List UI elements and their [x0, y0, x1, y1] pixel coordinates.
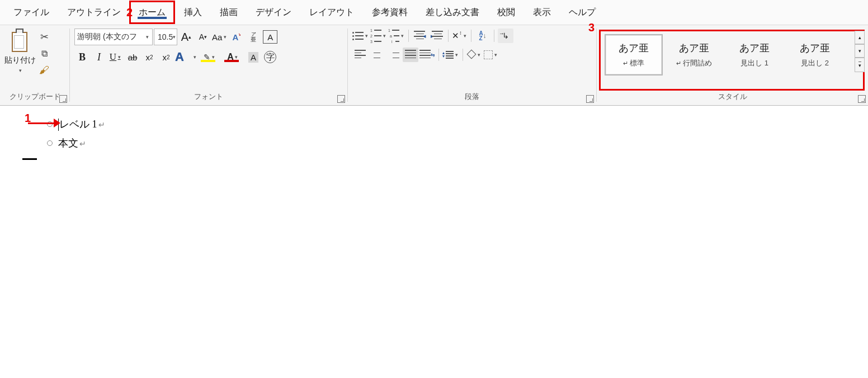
- phonetic-guide-button[interactable]: ア亜: [246, 30, 261, 44]
- group-label-font: フォント: [74, 91, 343, 103]
- group-paragraph: ▾ 123 ▾ 1ai ▾ ◂ ▸: [348, 25, 596, 105]
- return-mark-icon: ↵: [79, 140, 86, 148]
- text-direction-button[interactable]: ✕↕▾: [452, 29, 468, 43]
- tab-mailings[interactable]: 差し込み文書: [417, 0, 488, 25]
- grow-font-button[interactable]: A▴: [178, 30, 194, 44]
- clear-format-button[interactable]: A⭏: [229, 30, 244, 44]
- down-caret-icon: ▾: [204, 34, 207, 40]
- styles-scroll: ▴ ▾ ▾: [855, 31, 865, 72]
- annotation-box-3: [599, 30, 865, 91]
- tab-outline[interactable]: アウトライン: [58, 0, 130, 25]
- tab-review[interactable]: 校閲: [488, 0, 524, 25]
- section-end-mark: [22, 158, 37, 160]
- font-size-combo[interactable]: 10.5 ▾: [154, 29, 177, 45]
- char-shading-button[interactable]: A: [246, 50, 261, 64]
- copy-button[interactable]: ⧉: [41, 49, 48, 59]
- annotation-3: 3: [588, 21, 595, 34]
- annotation-arrow-1: [28, 117, 60, 129]
- char-border-button[interactable]: A: [262, 30, 278, 44]
- tab-draw[interactable]: 描画: [211, 0, 247, 25]
- tab-references[interactable]: 参考資料: [363, 0, 417, 25]
- tab-file[interactable]: ファイル: [4, 0, 58, 25]
- styles-scroll-up[interactable]: ▴: [855, 31, 865, 44]
- italic-button[interactable]: I: [91, 50, 107, 64]
- return-mark-icon: ↵: [98, 121, 105, 129]
- clipboard-icon: [10, 29, 31, 53]
- align-right-button[interactable]: [386, 48, 402, 62]
- multilevel-list-button[interactable]: 1ai ▾: [388, 29, 405, 43]
- chevron-down-icon: ▾: [144, 34, 150, 40]
- outline-line-2[interactable]: 本文↵: [47, 134, 857, 153]
- distributed-button[interactable]: ⇆: [419, 48, 435, 62]
- shrink-font-button[interactable]: A▾: [195, 30, 211, 44]
- styles-scroll-down[interactable]: ▾: [855, 44, 865, 58]
- format-painter-button[interactable]: 🖌: [39, 64, 49, 76]
- line1-text: レベル 1: [59, 119, 97, 130]
- borders-button[interactable]: ▾: [483, 48, 499, 62]
- group-clipboard: 貼り付け ▾ ✂ ⧉ 🖌 クリップボード: [0, 25, 69, 105]
- clipboard-launcher[interactable]: [59, 95, 67, 103]
- cut-button[interactable]: ✂: [40, 31, 49, 43]
- change-case-button[interactable]: Aa▾: [212, 30, 228, 44]
- superscript-button[interactable]: x2: [158, 50, 174, 64]
- shading-button[interactable]: ▾: [466, 48, 482, 62]
- text-effects-button[interactable]: A▾: [175, 50, 197, 64]
- outline-bullet-icon: [47, 140, 53, 146]
- paragraph-launcher[interactable]: [586, 95, 594, 103]
- group-font: 游明朝 (本文のフ ▾ 10.5 ▾ A▴ A▾ Aa▾ A⭏ ア亜 A B I: [70, 25, 347, 105]
- line-spacing-button[interactable]: ▴▾ ▾: [442, 48, 459, 62]
- tab-home[interactable]: ホーム: [129, 1, 175, 24]
- subscript-button[interactable]: x2: [141, 50, 157, 64]
- tab-insert[interactable]: 挿入: [175, 0, 211, 25]
- annotation-2: 2: [126, 6, 133, 19]
- tab-help[interactable]: ヘルプ: [560, 0, 605, 25]
- styles-more-button[interactable]: ▾: [855, 58, 865, 72]
- line2-text: 本文: [58, 138, 78, 149]
- tab-layout[interactable]: レイアウト: [300, 0, 363, 25]
- up-caret-icon: ▴: [188, 34, 191, 40]
- styles-launcher[interactable]: [858, 95, 866, 103]
- chevron-down-icon: ▾: [173, 34, 176, 40]
- ribbon: 貼り付け ▾ ✂ ⧉ 🖌 クリップボード 游明朝 (本文のフ ▾ 10.5 ▾: [0, 25, 868, 106]
- font-color-button[interactable]: A▾: [222, 50, 244, 64]
- ribbon-tabs: ファイル アウトライン 2 ホーム 挿入 描画 デザイン レイアウト 参考資料 …: [0, 0, 868, 25]
- paste-dropdown-icon[interactable]: ▾: [17, 68, 23, 73]
- sort-button[interactable]: AZ↓: [475, 29, 490, 43]
- bullets-button[interactable]: ▾: [352, 29, 369, 43]
- document-canvas[interactable]: レベル 1↵ 本文↵: [0, 106, 868, 160]
- decrease-indent-button[interactable]: ◂: [412, 29, 428, 43]
- enclose-char-button[interactable]: 字: [262, 50, 278, 64]
- strike-button[interactable]: ab: [125, 50, 140, 64]
- align-center-button[interactable]: [369, 48, 385, 62]
- tab-design[interactable]: デザイン: [247, 0, 300, 25]
- paste-button[interactable]: 貼り付け ▾: [4, 29, 36, 73]
- justify-button[interactable]: [403, 48, 418, 62]
- underline-button[interactable]: U▾: [108, 50, 124, 64]
- group-label-clipboard: クリップボード: [4, 91, 65, 103]
- font-launcher[interactable]: [337, 95, 345, 103]
- font-size-value: 10.5: [158, 32, 173, 41]
- font-name-combo[interactable]: 游明朝 (本文のフ ▾: [74, 29, 153, 45]
- bold-button[interactable]: B: [74, 50, 90, 64]
- font-name-value: 游明朝 (本文のフ: [77, 32, 137, 42]
- show-hide-marks-button[interactable]: →: [498, 29, 513, 43]
- annotation-1: 1: [25, 112, 31, 125]
- paste-label: 貼り付け: [4, 55, 36, 65]
- outline-line-1[interactable]: レベル 1↵: [47, 115, 857, 134]
- group-label-styles: スタイル: [601, 91, 864, 103]
- highlight-button[interactable]: ✎▾: [199, 50, 221, 64]
- align-left-button[interactable]: [352, 48, 368, 62]
- increase-indent-button[interactable]: ▸: [429, 29, 445, 43]
- tab-view[interactable]: 表示: [524, 0, 560, 25]
- group-styles: あア亜 ↵ 標準 あア亜 ↵ 行間詰め あア亜 見出し 1 あア亜 見出し 2 …: [597, 25, 868, 105]
- group-label-paragraph: 段落: [352, 91, 592, 103]
- numbering-button[interactable]: 123 ▾: [370, 29, 387, 43]
